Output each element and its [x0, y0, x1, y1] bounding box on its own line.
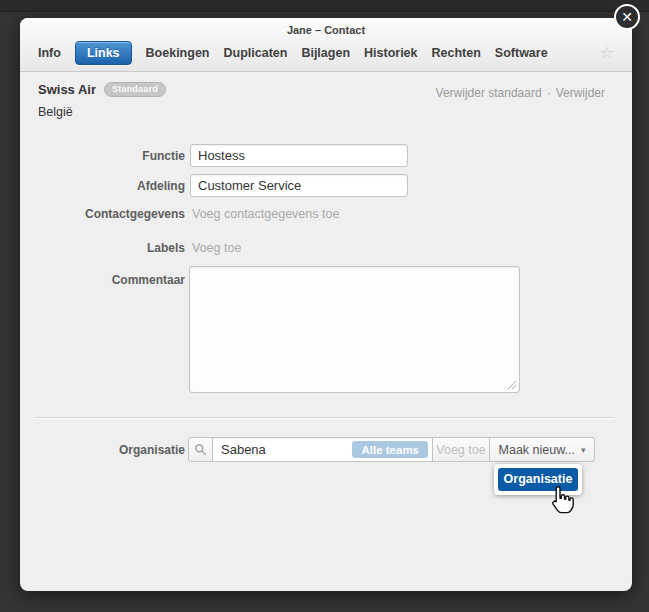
- chevron-down-icon: ▾: [581, 445, 586, 455]
- contact-name: Swiss Air: [38, 82, 96, 97]
- maak-nieuw-dropdown-menu: Organisatie: [494, 464, 582, 495]
- window-top-strip: [0, 0, 649, 12]
- tab-boekingen[interactable]: Boekingen: [146, 42, 210, 64]
- functie-label: Functie: [38, 149, 185, 163]
- afdeling-input[interactable]: [190, 174, 408, 197]
- commentaar-textarea[interactable]: [189, 266, 520, 393]
- dot-separator: ·: [547, 86, 551, 100]
- organisatie-search-bar: Alle teams Voeg toe Maak nieuw... ▾: [188, 437, 595, 462]
- contactgegevens-label: Contactgegevens: [38, 207, 185, 221]
- contact-name-row: Swiss Air Standaard: [38, 82, 166, 97]
- search-icon-segment: [188, 437, 213, 462]
- organisatie-label: Organisatie: [38, 443, 185, 457]
- tab-software[interactable]: Software: [495, 42, 548, 64]
- contact-modal: Jane – Contact Info Links Boekingen Dupl…: [20, 18, 632, 591]
- contact-country: België: [38, 105, 73, 119]
- tab-rechten[interactable]: Rechten: [432, 42, 481, 64]
- tab-duplicaten[interactable]: Duplicaten: [223, 42, 287, 64]
- modal-title: Jane – Contact: [20, 18, 632, 36]
- remove-actions: Verwijder standaard · Verwijder: [436, 86, 605, 100]
- commentaar-label: Commentaar: [38, 273, 185, 287]
- dropdown-item-organisatie[interactable]: Organisatie: [498, 468, 578, 491]
- remove-link[interactable]: Verwijder: [556, 86, 605, 100]
- voeg-toe-button[interactable]: Voeg toe: [432, 437, 490, 462]
- team-filter-badge[interactable]: Alle teams: [352, 441, 428, 458]
- tab-historiek[interactable]: Historiek: [364, 42, 418, 64]
- add-labels-link[interactable]: Voeg toe: [192, 241, 241, 255]
- modal-header: Jane – Contact Info Links Boekingen Dupl…: [20, 18, 632, 72]
- add-contactgegevens-link[interactable]: Voeg contactgegevens toe: [192, 207, 339, 221]
- commentaar-field: [189, 266, 520, 393]
- section-divider: [35, 417, 614, 419]
- maak-nieuw-label: Maak nieuw...: [499, 443, 575, 457]
- standard-badge: Standaard: [104, 82, 166, 97]
- maak-nieuw-dropdown-button[interactable]: Maak nieuw... ▾: [489, 437, 595, 462]
- remove-standard-link[interactable]: Verwijder standaard: [436, 86, 542, 100]
- tab-links[interactable]: Links: [75, 41, 132, 65]
- tab-bijlagen[interactable]: Bijlagen: [301, 42, 350, 64]
- labels-label: Labels: [38, 241, 185, 255]
- afdeling-label: Afdeling: [38, 179, 185, 193]
- favorite-star-icon[interactable]: ☆: [600, 45, 614, 61]
- organisatie-search-field: Alle teams: [212, 437, 433, 462]
- tab-info[interactable]: Info: [38, 42, 61, 64]
- close-icon[interactable]: ✕: [614, 4, 640, 30]
- organisatie-search-input[interactable]: [213, 442, 343, 457]
- search-icon: [194, 443, 207, 456]
- tab-bar: Info Links Boekingen Duplicaten Bijlagen…: [38, 40, 614, 66]
- functie-input[interactable]: [190, 144, 408, 167]
